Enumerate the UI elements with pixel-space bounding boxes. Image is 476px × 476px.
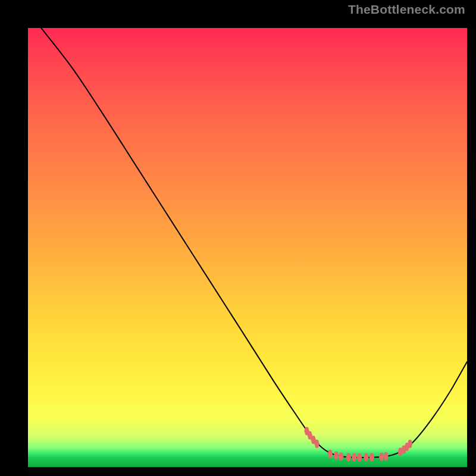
chart-frame xyxy=(9,9,467,467)
marker-dot xyxy=(334,453,339,458)
marker-dot xyxy=(369,455,374,459)
marker-group xyxy=(304,428,412,460)
marker-dot xyxy=(314,441,319,446)
marker-dot xyxy=(383,454,388,459)
plot-area xyxy=(28,28,467,467)
marker-dot xyxy=(328,452,333,456)
marker-dot xyxy=(346,455,351,459)
curve-layer xyxy=(28,28,467,467)
marker-dot xyxy=(357,455,362,460)
marker-dot xyxy=(352,455,356,460)
marker-dot xyxy=(379,454,384,459)
watermark-text: TheBottleneck.com xyxy=(348,2,465,17)
marker-dot xyxy=(339,454,343,459)
marker-dot xyxy=(364,455,368,460)
marker-dot xyxy=(408,441,412,446)
bottleneck-curve xyxy=(41,28,467,458)
